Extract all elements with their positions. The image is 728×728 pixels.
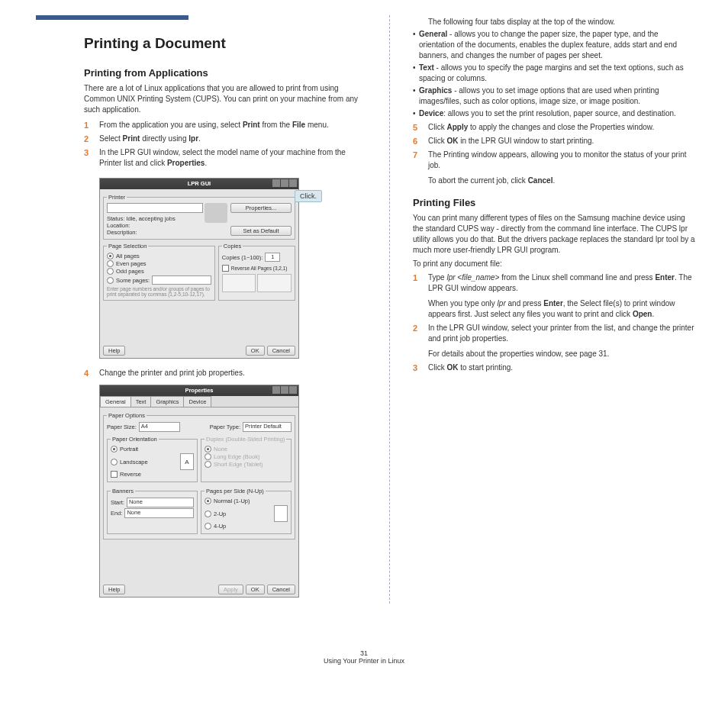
cancel-button[interactable]: Cancel bbox=[267, 585, 295, 594]
section-heading: Printing Files bbox=[413, 197, 695, 208]
step-5: 5 Click Apply to apply the changes and c… bbox=[413, 122, 695, 133]
banner-end[interactable]: None bbox=[124, 508, 194, 518]
apply-button[interactable]: Apply bbox=[218, 585, 243, 594]
step-3: 3 In the LPR GUI window, select the mode… bbox=[84, 147, 366, 169]
step-2b: 2 In the LPR GUI window, select your pri… bbox=[413, 323, 695, 359]
paper-type-combo[interactable]: Printer Default bbox=[243, 422, 292, 432]
step-4: 4Change the printer and print job proper… bbox=[84, 368, 366, 378]
bullet-text: Text - allows you to specify the page ma… bbox=[413, 63, 695, 84]
radio-4up[interactable] bbox=[205, 523, 211, 530]
section-heading: Printing from Applications bbox=[84, 67, 366, 79]
radio-portrait[interactable] bbox=[111, 446, 118, 453]
tab-general[interactable]: General bbox=[100, 396, 131, 407]
reverse-check[interactable] bbox=[222, 265, 229, 272]
step-2: 2 Select Print directly using lpr. bbox=[84, 134, 366, 144]
properties-screenshot: Properties General Text Graphics Device … bbox=[99, 385, 299, 598]
tab-device[interactable]: Device bbox=[183, 396, 211, 407]
paper-size-combo[interactable]: A4 bbox=[139, 422, 180, 432]
bullet-graphics: Graphics - allows you to set image optio… bbox=[413, 85, 695, 107]
radio-even[interactable] bbox=[107, 260, 114, 267]
ok-button[interactable]: OK bbox=[246, 585, 265, 594]
step-7: 7 The Printing window appears, allowing … bbox=[413, 150, 695, 186]
step-6: 6 Click OK in the LPR GUI window to star… bbox=[413, 136, 695, 147]
radio-all-pages[interactable] bbox=[107, 253, 114, 259]
banner-start[interactable]: None bbox=[127, 498, 194, 507]
intro-text: There are a lot of Linux applications th… bbox=[84, 83, 366, 115]
radio-some[interactable] bbox=[107, 277, 114, 284]
nup-icon bbox=[274, 505, 288, 522]
bullet-device: Device: allows you to set the print reso… bbox=[413, 108, 695, 119]
set-default-button[interactable]: Set as Default bbox=[230, 226, 292, 236]
radio-1up[interactable] bbox=[205, 498, 211, 504]
lpr-gui-screenshot: LPR GUI Printer Status: Idle, accepting … bbox=[99, 178, 299, 359]
tab-text[interactable]: Text bbox=[130, 396, 152, 407]
copies-input[interactable]: 1 bbox=[265, 253, 280, 262]
help-button[interactable]: Help bbox=[103, 346, 125, 356]
help-button[interactable]: Help bbox=[103, 585, 125, 594]
page-title: Printing a Document bbox=[84, 35, 366, 52]
properties-button[interactable]: Properties... bbox=[230, 203, 292, 213]
intro-text: You can print many different types of fi… bbox=[413, 213, 695, 256]
header-bar bbox=[36, 15, 188, 20]
collate-icon bbox=[257, 274, 292, 292]
bullet-general: General - allows you to change the paper… bbox=[413, 29, 695, 61]
radio-2up[interactable] bbox=[205, 511, 211, 517]
tabs-intro: The following four tabs display at the t… bbox=[428, 17, 695, 27]
step-1b: 1 Type lpr <file_name> from the Linux sh… bbox=[413, 272, 695, 320]
ok-button[interactable]: OK bbox=[246, 346, 265, 356]
collate-icon bbox=[222, 274, 256, 292]
cancel-button[interactable]: Cancel bbox=[267, 346, 295, 356]
radio-landscape[interactable] bbox=[111, 459, 118, 465]
page-footer: 31 Using Your Printer in Linux bbox=[0, 649, 728, 665]
click-callout: Click. bbox=[295, 190, 322, 202]
orient-icon: A bbox=[180, 453, 194, 470]
lead-text: To print any document file: bbox=[413, 259, 695, 269]
printer-combo[interactable] bbox=[107, 203, 203, 213]
step-3b: 3 Click OK to start printing. bbox=[413, 362, 695, 373]
step-1: 1 From the application you are using, se… bbox=[84, 120, 366, 130]
printer-icon bbox=[205, 203, 227, 223]
tab-graphics[interactable]: Graphics bbox=[150, 396, 184, 407]
radio-odd[interactable] bbox=[107, 268, 114, 275]
reverse-check[interactable] bbox=[111, 471, 118, 478]
